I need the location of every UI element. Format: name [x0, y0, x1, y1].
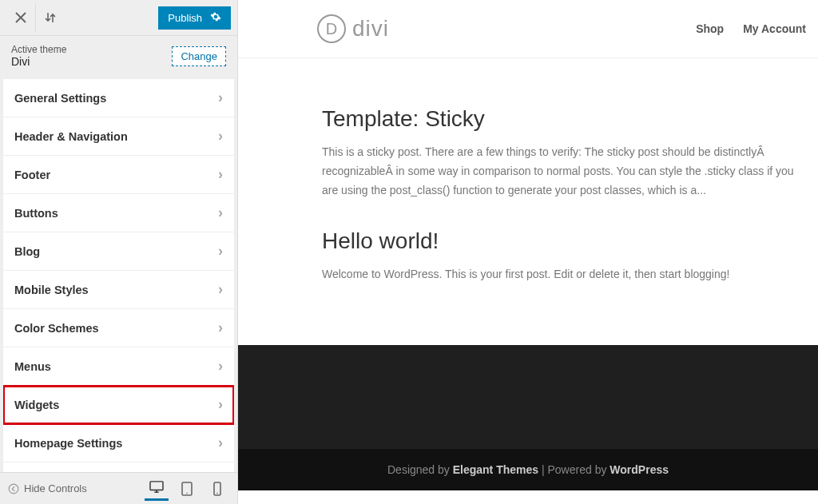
section-label: Blog	[14, 245, 40, 258]
post: Hello world!Welcome to WordPress. This i…	[322, 228, 806, 284]
chevron-right-icon: ›	[218, 281, 223, 298]
svg-point-2	[9, 484, 18, 494]
site-header: D divi ShopMy Account	[238, 0, 818, 58]
publish-label: Publish	[168, 12, 202, 24]
section-item-blog[interactable]: Blog›	[3, 232, 234, 271]
section-label: Mobile Styles	[14, 284, 89, 296]
chevron-right-icon: ›	[218, 89, 223, 106]
site-footer-widget-area	[238, 345, 818, 449]
customizer-sidebar: Publish Active theme Divi Change General…	[0, 0, 238, 504]
section-label: Color Schemes	[14, 322, 99, 335]
section-label: Footer	[14, 169, 50, 181]
site-content: Template: StickyThis is a sticky post. T…	[238, 58, 818, 345]
chevron-right-icon: ›	[218, 166, 223, 183]
section-label: Homepage Settings	[14, 437, 122, 450]
nav-link-my-account[interactable]: My Account	[743, 22, 806, 35]
section-item-mobile-styles[interactable]: Mobile Styles›	[3, 271, 234, 309]
chevron-right-icon: ›	[218, 358, 223, 375]
post-title[interactable]: Template: Sticky	[322, 106, 806, 132]
footer-powered-name[interactable]: WordPress	[610, 463, 669, 476]
hide-controls-label: Hide Controls	[24, 482, 87, 494]
svg-point-7	[186, 492, 188, 494]
logo-icon: D	[317, 14, 346, 43]
section-item-footer[interactable]: Footer›	[3, 156, 234, 194]
section-label: Menus	[14, 360, 51, 373]
active-theme-name: Divi	[11, 55, 66, 68]
close-button[interactable]	[6, 3, 35, 32]
post-body: Welcome to WordPress. This is your first…	[322, 265, 806, 284]
site-footer-bottom: Designed by Elegant Themes | Powered by …	[238, 449, 818, 490]
preview-pane: D divi ShopMy Account Template: StickyTh…	[238, 0, 818, 504]
nav-link-shop[interactable]: Shop	[696, 22, 724, 35]
svg-point-9	[216, 492, 218, 494]
site-logo[interactable]: D divi	[317, 14, 389, 43]
bottom-bar: Hide Controls	[0, 472, 237, 504]
logo-text: divi	[352, 16, 389, 42]
section-label: Header & Navigation	[14, 130, 128, 143]
change-theme-button[interactable]: Change	[172, 46, 226, 66]
chevron-right-icon: ›	[218, 204, 223, 221]
section-label: Buttons	[14, 207, 58, 220]
section-label: General Settings	[14, 92, 106, 105]
footer-sep: |	[538, 463, 547, 476]
chevron-right-icon: ›	[218, 243, 223, 260]
collapse-icon	[8, 483, 19, 494]
section-item-homepage-settings[interactable]: Homepage Settings›	[3, 424, 234, 462]
top-bar: Publish	[0, 0, 237, 36]
active-theme-label: Active theme	[11, 44, 66, 55]
gear-icon	[210, 11, 221, 25]
section-item-general-settings[interactable]: General Settings›	[3, 79, 234, 117]
section-item-additional-css[interactable]: Additional CSS›	[3, 462, 234, 472]
publish-button[interactable]: Publish	[158, 6, 231, 30]
chevron-right-icon: ›	[218, 128, 223, 145]
section-item-widgets[interactable]: Widgets›	[3, 386, 234, 424]
footer-powered-prefix: Powered by	[548, 463, 610, 476]
svg-rect-3	[150, 482, 163, 490]
device-desktop-button[interactable]	[145, 477, 169, 501]
chevron-right-icon: ›	[218, 435, 223, 451]
hide-controls-button[interactable]: Hide Controls	[8, 482, 87, 494]
section-item-header-navigation[interactable]: Header & Navigation›	[3, 117, 234, 156]
active-theme-row: Active theme Divi Change	[0, 36, 237, 79]
sections-list: General Settings›Header & Navigation›Foo…	[3, 79, 234, 472]
section-item-menus[interactable]: Menus›	[3, 347, 234, 386]
footer-designed-name[interactable]: Elegant Themes	[453, 463, 538, 476]
footer-designed-prefix: Designed by	[387, 463, 453, 476]
nav-links: ShopMy Account	[696, 22, 806, 35]
chevron-right-icon: ›	[218, 396, 223, 413]
post-body: This is a sticky post. There are a few t…	[322, 143, 806, 200]
section-label: Widgets	[14, 399, 59, 411]
section-item-buttons[interactable]: Buttons›	[3, 194, 234, 232]
device-mobile-button[interactable]	[205, 477, 229, 501]
section-item-color-schemes[interactable]: Color Schemes›	[3, 309, 234, 347]
reorder-icon[interactable]	[35, 3, 64, 32]
chevron-right-icon: ›	[218, 319, 223, 336]
post-title[interactable]: Hello world!	[322, 228, 806, 254]
post: Template: StickyThis is a sticky post. T…	[322, 106, 806, 200]
device-tablet-button[interactable]	[175, 477, 199, 501]
